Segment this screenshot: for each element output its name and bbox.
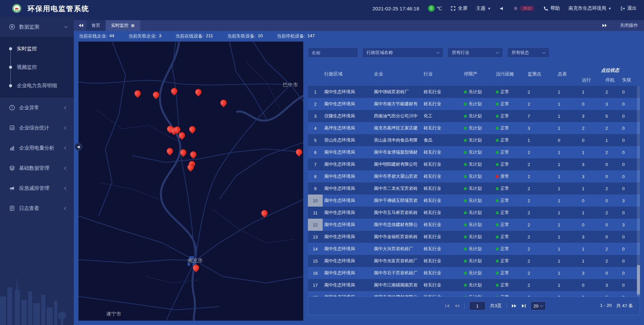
column-subheader-停机: 停机 bbox=[604, 74, 621, 86]
table-row[interactable]: 2阆中生态环境局阆中市南方节能建材有砖瓦行业无计划正常21030 bbox=[308, 98, 640, 110]
table-row[interactable]: 17阆中生态环境局阆中市江南镇阆南页岩砖瓦行业无计划正常21030 bbox=[308, 279, 640, 291]
table-row[interactable]: 9阆中生态环境局阆中市二龙长宝页岩砖砖瓦行业无计划正常21120 bbox=[308, 182, 640, 195]
tab-首页[interactable]: 首页 bbox=[86, 20, 106, 31]
sidebar-item-日志查看[interactable]: 日志查看 bbox=[0, 198, 74, 218]
cell-industry: 砖瓦行业 bbox=[422, 98, 462, 110]
fullscreen-button[interactable]: 全屏 bbox=[450, 5, 467, 11]
stat-item: 当前在线企业:44 bbox=[79, 33, 114, 39]
table-row[interactable]: 15阆中生态环境局阆中市光富页岩机砖厂砖瓦行业无计划正常21120 bbox=[308, 255, 640, 267]
sidebar-item-企业异常[interactable]: 企业异常 bbox=[0, 98, 74, 118]
pagination-bar: 共3页 20 1 - 20 共 47 条 bbox=[308, 296, 640, 315]
cell-halted: 0 bbox=[604, 195, 621, 207]
sidebar-item-企业综合统计[interactable]: 企业综合统计 bbox=[0, 118, 74, 138]
status-dot-icon bbox=[496, 260, 499, 263]
tab-list: 首页实时监控⊗ bbox=[86, 20, 140, 31]
map-panel-collapse-button[interactable]: ◀ bbox=[74, 143, 82, 151]
region-filter-select[interactable]: 行政区域名称 bbox=[362, 48, 443, 58]
bullet-dot-icon bbox=[9, 47, 12, 50]
tab-close-icon[interactable]: ⊗ bbox=[131, 23, 135, 28]
sidebar-subitem-实时监控[interactable]: 实时监控 bbox=[0, 40, 74, 58]
cell-running: 0 bbox=[580, 98, 604, 110]
table-row[interactable]: 10阆中生态环境局阆中千佛镇五郎垭页岩砖瓦行业无计划正常21003 bbox=[308, 195, 640, 207]
cell-halted: 2 bbox=[604, 86, 621, 98]
notifications-button[interactable]: 2632 bbox=[513, 6, 535, 11]
cell-halted: 0 bbox=[604, 170, 621, 182]
status-dot-icon bbox=[464, 151, 467, 154]
cell-facility-status: 正常 bbox=[494, 110, 526, 122]
next-page-button[interactable] bbox=[512, 304, 517, 308]
last-page-button[interactable] bbox=[521, 304, 526, 308]
temperature-badge: 0 bbox=[428, 5, 435, 12]
table-row[interactable]: 4高坪生态环境局南充市高坪区王家店建砖瓦行业无计划正常31220 bbox=[308, 122, 640, 134]
tabs-scroll-left-button[interactable] bbox=[78, 23, 84, 28]
cell-district: 阆中生态环境局 bbox=[323, 146, 372, 158]
cell-district: 阆中生态环境局 bbox=[323, 98, 372, 110]
tab-实时监控[interactable]: 实时监控⊗ bbox=[106, 20, 140, 31]
cell-district: 阆中生态环境局 bbox=[323, 158, 372, 170]
map-panel[interactable]: 巴中市南充市遂宁市 bbox=[78, 41, 304, 321]
column-subheader-失联: 失联 bbox=[621, 74, 640, 86]
tab-bar: 首页实时监控⊗ 关闭操作 bbox=[74, 20, 644, 31]
table-row[interactable]: 5营山生态环境局营山县润丰肉食品有限食品无计划正常10010 bbox=[308, 134, 640, 146]
table-row[interactable]: 11阆中生态环境局阆中市五马桥页岩机砖砖瓦行业无计划正常21120 bbox=[308, 207, 640, 219]
name-filter-input[interactable] bbox=[308, 48, 358, 58]
sidebar-item-基础数据管理[interactable]: 基础数据管理 bbox=[0, 158, 74, 178]
cell-running: 3 bbox=[580, 170, 604, 182]
table-row[interactable]: 3仪陇生态环境局西南油气田分公司川中化工无计划正常71350 bbox=[308, 110, 640, 122]
divider bbox=[506, 303, 507, 309]
table-row[interactable]: 16阆中生态环境局阆中市石子页岩机砖厂砖瓦行业无计划正常21300 bbox=[308, 267, 640, 279]
table-row[interactable]: 13阆中生态环境局阆中市金福旺页岩机砖砖瓦行业无计划正常21300 bbox=[308, 231, 640, 243]
cell-halted: 3 bbox=[604, 98, 621, 110]
sound-toggle-button[interactable] bbox=[499, 6, 504, 11]
table-row[interactable]: 6阆中生态环境局阆中市金博瑞新型墙材砖瓦行业无计划正常21120 bbox=[308, 146, 640, 158]
table-scrollbar-thumb[interactable] bbox=[637, 265, 640, 294]
sidebar-subitem-企业电力负荷明细[interactable]: 企业电力负荷明细 bbox=[0, 76, 74, 95]
theme-dropdown[interactable]: 主题 ▼ bbox=[476, 5, 491, 11]
table-row[interactable]: 8阆中生态环境局阆中市枣碧大梁山页岩砖瓦行业无计划异常21300 bbox=[308, 170, 640, 182]
chevron-down-icon bbox=[64, 25, 68, 28]
sidebar-item-数据监测[interactable]: 数据监测 bbox=[0, 17, 74, 37]
cell-stop-plan: 无计划 bbox=[462, 134, 494, 146]
first-page-button[interactable] bbox=[445, 304, 450, 308]
status-filter-select[interactable]: 所有状态 bbox=[507, 48, 549, 58]
previous-page-button[interactable] bbox=[454, 304, 460, 308]
cell-district: 阆中生态环境局 bbox=[323, 219, 372, 231]
column-header-行业: 行业 bbox=[422, 62, 462, 86]
table-row[interactable]: 12阆中生态环境局阆中市忠信建材有限公砖瓦行业无计划正常21003 bbox=[308, 219, 640, 231]
sidebar-item-企业用电量分析[interactable]: 企业用电量分析 bbox=[0, 138, 74, 158]
close-operations-button[interactable]: 关闭操作 bbox=[620, 22, 638, 29]
status-dot-icon bbox=[496, 127, 499, 130]
table-row[interactable]: 7阆中生态环境局阆中明阳建材有限公司砖瓦行业无计划正常21300 bbox=[308, 158, 640, 170]
cell-monitor-points: 2 bbox=[526, 219, 556, 231]
industry-filter-select[interactable]: 所有行业 bbox=[447, 48, 503, 58]
sidebar-item-应急减排管理[interactable]: 应急减排管理 bbox=[0, 178, 74, 198]
cell-industry: 砖瓦行业 bbox=[422, 279, 462, 291]
page-number-input[interactable] bbox=[469, 302, 485, 310]
cell-district: 阆中生态环境局 bbox=[323, 86, 372, 98]
cell-rownum: 13 bbox=[308, 231, 323, 243]
stat-value: 3 bbox=[159, 33, 162, 39]
table-row[interactable]: 14阆中生态环境局阆中大兴页岩机砖厂砖瓦行业无计划正常21120 bbox=[308, 243, 640, 255]
sidebar-subitem-视频监控[interactable]: 视频监控 bbox=[0, 58, 74, 76]
cell-district: 阆中生态环境局 bbox=[323, 207, 372, 219]
sidebar-subitem-label: 视频监控 bbox=[17, 64, 37, 70]
status-dot-icon bbox=[464, 260, 467, 263]
stat-item: 当前失联企业:3 bbox=[128, 33, 161, 39]
table-row[interactable]: 1阆中生态环境局阆中强锐页岩砖厂砖瓦行业无计划正常21120 bbox=[308, 86, 640, 98]
cell-monitor-points: 7 bbox=[526, 110, 556, 122]
tabs-scroll-right-button[interactable] bbox=[602, 23, 607, 28]
sidebar-item-label: 应急减排管理 bbox=[19, 185, 65, 192]
logout-button[interactable]: 退出 bbox=[620, 5, 637, 11]
cell-running: 3 bbox=[580, 267, 604, 279]
cell-running: 1 bbox=[580, 182, 604, 195]
help-button[interactable]: 帮助 bbox=[543, 5, 560, 11]
page-size-select[interactable]: 20 bbox=[531, 302, 546, 310]
sidebar-item-label: 企业异常 bbox=[19, 105, 65, 111]
cell-total-meters: 1 bbox=[556, 279, 580, 291]
user-org-dropdown[interactable]: 南充市生态环境局 ▼ bbox=[569, 5, 611, 11]
table-row[interactable]: 18南部生态环境局南部县砌佳建材有限公砖瓦行业无计划正常60050 bbox=[308, 291, 640, 296]
stat-label: 当前在线企业: bbox=[79, 33, 107, 39]
cell-district: 阆中生态环境局 bbox=[323, 255, 372, 267]
cell-facility-status: 正常 bbox=[494, 255, 526, 267]
notification-count-badge: 2632 bbox=[520, 6, 535, 11]
